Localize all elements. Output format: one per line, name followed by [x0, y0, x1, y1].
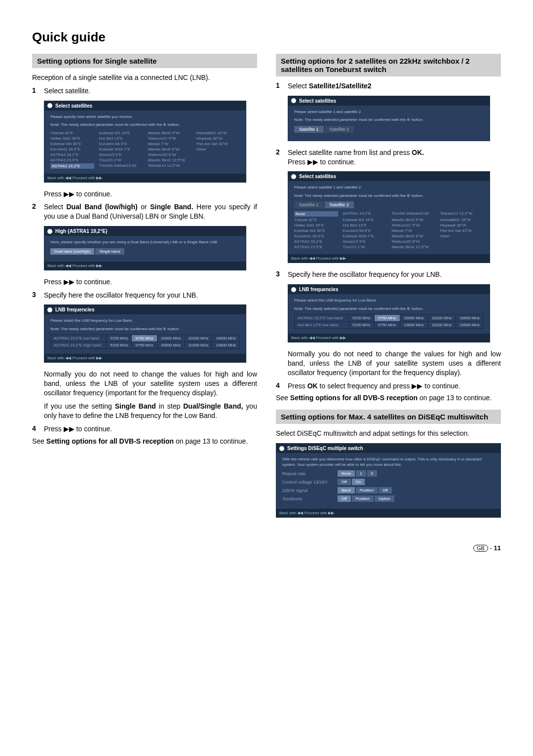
opt-off[interactable]: Off	[338, 479, 351, 485]
sat-cell[interactable]: Nilesat 7°W	[148, 142, 191, 146]
sat-cell[interactable]: Other	[196, 147, 240, 151]
freq-cell[interactable]: 10200 MHz	[428, 321, 456, 328]
freq-cell[interactable]: 10600 MHz	[212, 335, 240, 342]
sat-cell[interactable]: Atlantic Bird3 5°W	[148, 131, 191, 135]
sat-cell[interactable]: Hellas Sat2 39°E	[294, 223, 338, 227]
sat-cell[interactable]: Atlantic Bird2 8°W	[148, 147, 191, 151]
opt-off[interactable]: Off	[338, 495, 351, 502]
single-band-button[interactable]: Single band	[95, 248, 124, 255]
gear-icon	[279, 446, 284, 451]
sat-cell[interactable]: ASTRA3 23,5°E	[50, 158, 94, 162]
sat-cell[interactable]: Eutelsat W2 16°E	[343, 218, 387, 222]
sat-cell[interactable]: Eurobird 9A 9°E	[343, 228, 387, 233]
sat-cell[interactable]	[440, 239, 484, 244]
sat-cell[interactable]: Hispasat 30°W	[196, 136, 240, 141]
sat-cell[interactable]: Sirius2/3 5°E	[99, 152, 143, 157]
freq-cell[interactable]: 5150 MHz	[107, 335, 132, 342]
sat-cell[interactable]: Atlantic Bird1 12,5°W	[148, 158, 191, 162]
opt-position[interactable]: Position	[352, 495, 374, 502]
steps-left-4: Press ▶▶ to continue.	[32, 424, 257, 434]
sat-cell[interactable]: Telekom2C 5°W	[391, 223, 435, 227]
sat-cell[interactable]: Telekom2D 8°W	[148, 152, 191, 157]
sat-cell[interactable]: Eutelsat W4 36°E	[50, 142, 94, 146]
tab-sat1[interactable]: Satellite 1	[294, 126, 324, 133]
sat-cell[interactable]: Eurobird1 28,5°E	[294, 234, 338, 238]
sat-cell[interactable]: Thor2/3 1°W	[99, 158, 143, 162]
sat-cell[interactable]: Eutelsat W3A 7°E	[99, 147, 143, 151]
sat-cell[interactable]: Eutelsat W4 36°E	[294, 228, 338, 233]
sat-cell[interactable]: Hot Bird 13°E	[99, 136, 143, 141]
opt-2[interactable]: 2	[367, 470, 377, 477]
freq-cell[interactable]: 10200 MHz	[185, 335, 212, 342]
sat-cell[interactable]: Hot Bird 13°E	[343, 223, 387, 227]
sat-cell[interactable]: Hellas Sat2 39°E	[50, 136, 94, 141]
sat-cell[interactable]: Sirius2/3 5°E	[343, 239, 387, 244]
sat-cell[interactable]: Other	[440, 234, 484, 238]
freq-cell[interactable]: 5150 MHz	[348, 321, 374, 328]
sat-cell[interactable]: Eutelsat W2 16°E	[99, 131, 143, 135]
sat-cell[interactable]	[196, 152, 240, 157]
tab-sat2[interactable]: Satellite 2	[325, 201, 354, 208]
sat-cell[interactable]: IntelsatB01 18°W	[440, 218, 484, 222]
sat-cell[interactable]: Thor5/6 Intelsat10-02	[391, 211, 435, 217]
sat-cell[interactable]: Eutelsat W3A 7°E	[343, 234, 387, 238]
sat-cell[interactable]: IntelsatB01 18°W	[196, 131, 240, 135]
sat-cell[interactable]: Eurobird 9A 9°E	[99, 142, 143, 146]
freq-cell[interactable]: 10000 MHz	[400, 321, 428, 328]
sat-cell-selected[interactable]: ASTRA1 19,2°E	[50, 163, 94, 169]
sat-cell-selected[interactable]: None	[294, 211, 338, 217]
sat-cell[interactable]: Hispasat 30°W	[440, 223, 484, 227]
sat-cell[interactable]: Pan Am Sat 43°W	[440, 228, 484, 233]
freq-cell[interactable]: 10000 MHz	[400, 314, 428, 321]
opt-on[interactable]: On	[352, 479, 365, 485]
tab-sat2[interactable]: Satellite 2	[325, 126, 354, 133]
freq-cell[interactable]: 5150 MHz	[107, 342, 132, 349]
opt-band[interactable]: Band	[338, 487, 355, 493]
freq-cell[interactable]: 9750 MHz	[374, 314, 400, 321]
freq-cell[interactable]: 10000 MHz	[157, 342, 185, 349]
opt-position[interactable]: Position	[356, 487, 378, 493]
sat-cell[interactable]	[196, 163, 240, 169]
sat-cell[interactable]: Pan Am Sat 43°W	[196, 142, 240, 146]
sat-cell[interactable]: ASTRA1 19,2°E	[343, 211, 387, 217]
freq-cell[interactable]: 10200 MHz	[428, 314, 456, 321]
freq-cell[interactable]: 9750 MHz	[374, 321, 400, 328]
sat-cell[interactable]: Thor5/6 Intelsat10-02	[99, 163, 143, 169]
dialog-note: Please select the LNB frequency for Low …	[294, 298, 484, 303]
sat-cell[interactable]: Nilesat 7°W	[391, 228, 435, 233]
freq-cell[interactable]: 9750 MHz	[132, 335, 157, 342]
dialog-note: Here, please specify whether you are usi…	[50, 240, 240, 245]
freq-cell[interactable]: 9750 MHz	[132, 342, 157, 349]
opt-none[interactable]: None	[338, 470, 355, 477]
freq-cell[interactable]: 10200 MHz	[185, 342, 212, 349]
sat-cell[interactable]: Atlantic Bird1 12,5°W	[391, 245, 435, 249]
opt-off[interactable]: Off	[379, 487, 392, 493]
sat-cell[interactable]: Eurobird1 28,5°E	[50, 147, 94, 151]
sat-cell[interactable]: Atlantic Bird3 5°W	[391, 218, 435, 222]
freq-cell[interactable]: 10600 MHz	[456, 321, 484, 328]
opt-1[interactable]: 1	[356, 470, 366, 477]
sat-cell[interactable]: ASTRA2 28,2°E	[294, 239, 338, 244]
dialog-footer: Back with ◀◀ Proceed with ▶▶	[44, 262, 246, 270]
sat-cell[interactable]: ASTRA2 28,2°E	[50, 152, 94, 157]
sat-cell[interactable]: Türksat 42°E	[50, 131, 94, 135]
sat-cell[interactable]: Telekom2C 5°W	[148, 136, 191, 141]
freq-cell[interactable]: 10000 MHz	[157, 335, 185, 342]
sat-cell[interactable]: Telestar12 12,5°W	[440, 211, 484, 217]
tab-sat1[interactable]: Satellite 1	[294, 201, 324, 208]
freq-cell[interactable]: 10600 MHz	[456, 314, 484, 321]
dual-band-button[interactable]: Dual band (low/high)	[50, 248, 94, 255]
sat-cell[interactable]: Telekom2D 8°W	[391, 239, 435, 244]
gear-icon	[291, 98, 296, 103]
sat-cell[interactable]	[196, 158, 240, 162]
satellite-grid: NoneASTRA1 19,2°EThor5/6 Intelsat10-02Te…	[294, 211, 484, 249]
opt-option[interactable]: Option	[375, 495, 394, 502]
freq-cell[interactable]: 5150 MHz	[348, 314, 374, 321]
sat-cell[interactable]	[440, 245, 484, 249]
sat-cell[interactable]: Thor2/3 1°W	[343, 245, 387, 249]
sat-cell[interactable]: Türksat 42°E	[294, 218, 338, 222]
sat-cell[interactable]: ASTRA3 23,5°E	[294, 245, 338, 249]
sat-cell[interactable]: Atlantic Bird2 8°W	[391, 234, 435, 238]
freq-cell[interactable]: 10600 MHz	[212, 342, 240, 349]
sat-cell[interactable]: Telestar12 12,5°W	[148, 163, 191, 169]
